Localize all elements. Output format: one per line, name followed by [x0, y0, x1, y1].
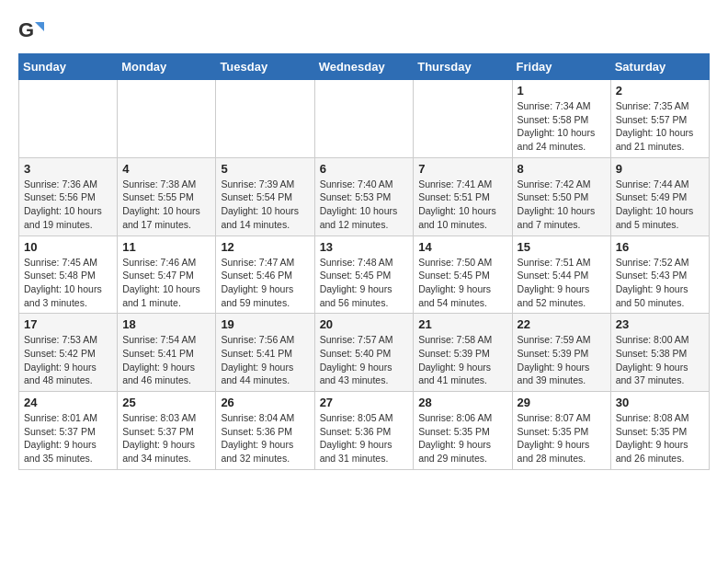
day-number: 22	[518, 317, 606, 331]
day-info: Sunrise: 8:03 AMSunset: 5:37 PMDaylight:…	[122, 411, 210, 465]
calendar-cell: 16Sunrise: 7:52 AMSunset: 5:43 PMDayligh…	[610, 236, 709, 314]
day-number: 23	[616, 317, 704, 331]
calendar-cell	[118, 80, 216, 158]
calendar-week-2: 3Sunrise: 7:36 AMSunset: 5:56 PMDaylight…	[19, 157, 710, 236]
calendar-cell: 14Sunrise: 7:50 AMSunset: 5:45 PMDayligh…	[414, 236, 512, 314]
calendar-cell: 1Sunrise: 7:34 AMSunset: 5:58 PMDaylight…	[512, 80, 610, 158]
day-number: 12	[221, 240, 309, 254]
day-number: 10	[24, 240, 112, 254]
day-info: Sunrise: 8:06 AMSunset: 5:35 PMDaylight:…	[418, 411, 506, 465]
day-info: Sunrise: 7:48 AMSunset: 5:45 PMDaylight:…	[320, 256, 409, 310]
calendar-cell: 30Sunrise: 8:08 AMSunset: 5:35 PMDayligh…	[610, 392, 709, 470]
calendar-cell: 6Sunrise: 7:40 AMSunset: 5:53 PMDaylight…	[314, 157, 414, 236]
day-number: 27	[320, 396, 409, 409]
day-info: Sunrise: 8:04 AMSunset: 5:36 PMDaylight:…	[221, 411, 309, 465]
day-info: Sunrise: 7:56 AMSunset: 5:41 PMDaylight:…	[221, 333, 309, 387]
calendar-cell: 4Sunrise: 7:38 AMSunset: 5:55 PMDaylight…	[118, 157, 216, 236]
day-number: 14	[418, 240, 506, 254]
calendar-cell	[314, 80, 414, 158]
calendar-cell: 17Sunrise: 7:53 AMSunset: 5:42 PMDayligh…	[19, 314, 118, 392]
calendar-cell: 9Sunrise: 7:44 AMSunset: 5:49 PMDaylight…	[610, 157, 709, 236]
day-number: 17	[24, 317, 112, 331]
calendar-cell: 20Sunrise: 7:57 AMSunset: 5:40 PMDayligh…	[314, 314, 414, 392]
header: G	[18, 18, 710, 44]
day-number: 8	[518, 162, 606, 176]
calendar-cell: 19Sunrise: 7:56 AMSunset: 5:41 PMDayligh…	[216, 314, 314, 392]
day-info: Sunrise: 8:05 AMSunset: 5:36 PMDaylight:…	[320, 411, 409, 465]
calendar-week-3: 10Sunrise: 7:45 AMSunset: 5:48 PMDayligh…	[19, 236, 710, 314]
svg-marker-1	[35, 22, 44, 31]
calendar-cell: 7Sunrise: 7:41 AMSunset: 5:51 PMDaylight…	[414, 157, 512, 236]
calendar-week-5: 24Sunrise: 8:01 AMSunset: 5:37 PMDayligh…	[19, 392, 710, 470]
day-number: 13	[320, 240, 409, 254]
day-number: 9	[616, 162, 704, 176]
day-info: Sunrise: 7:46 AMSunset: 5:47 PMDaylight:…	[122, 256, 210, 310]
day-number: 3	[24, 162, 112, 176]
day-info: Sunrise: 7:36 AMSunset: 5:56 PMDaylight:…	[24, 178, 112, 232]
day-number: 25	[122, 396, 210, 409]
weekday-header-monday: Monday	[118, 54, 216, 80]
day-info: Sunrise: 8:08 AMSunset: 5:35 PMDaylight:…	[616, 411, 704, 465]
logo-icon: G	[18, 18, 44, 44]
day-info: Sunrise: 7:40 AMSunset: 5:53 PMDaylight:…	[320, 178, 409, 232]
weekday-header-thursday: Thursday	[414, 54, 512, 80]
day-info: Sunrise: 7:52 AMSunset: 5:43 PMDaylight:…	[616, 256, 704, 310]
day-number: 26	[221, 396, 309, 409]
day-number: 29	[518, 396, 606, 409]
day-number: 11	[122, 240, 210, 254]
calendar-header-row: SundayMondayTuesdayWednesdayThursdayFrid…	[19, 54, 710, 80]
calendar-cell: 13Sunrise: 7:48 AMSunset: 5:45 PMDayligh…	[314, 236, 414, 314]
calendar: SundayMondayTuesdayWednesdayThursdayFrid…	[18, 53, 710, 470]
calendar-cell: 8Sunrise: 7:42 AMSunset: 5:50 PMDaylight…	[512, 157, 610, 236]
day-info: Sunrise: 7:53 AMSunset: 5:42 PMDaylight:…	[24, 333, 112, 387]
day-number: 24	[24, 396, 112, 409]
day-info: Sunrise: 7:41 AMSunset: 5:51 PMDaylight:…	[418, 178, 506, 232]
calendar-week-4: 17Sunrise: 7:53 AMSunset: 5:42 PMDayligh…	[19, 314, 710, 392]
day-info: Sunrise: 7:51 AMSunset: 5:44 PMDaylight:…	[518, 256, 606, 310]
calendar-cell: 26Sunrise: 8:04 AMSunset: 5:36 PMDayligh…	[216, 392, 314, 470]
svg-text:G: G	[18, 18, 34, 41]
calendar-cell: 27Sunrise: 8:05 AMSunset: 5:36 PMDayligh…	[314, 392, 414, 470]
calendar-cell: 2Sunrise: 7:35 AMSunset: 5:57 PMDaylight…	[610, 80, 709, 158]
day-number: 1	[518, 84, 606, 98]
day-info: Sunrise: 7:39 AMSunset: 5:54 PMDaylight:…	[221, 178, 309, 232]
weekday-header-tuesday: Tuesday	[216, 54, 314, 80]
calendar-week-1: 1Sunrise: 7:34 AMSunset: 5:58 PMDaylight…	[19, 80, 710, 158]
calendar-cell: 18Sunrise: 7:54 AMSunset: 5:41 PMDayligh…	[118, 314, 216, 392]
calendar-cell: 3Sunrise: 7:36 AMSunset: 5:56 PMDaylight…	[19, 157, 118, 236]
calendar-cell: 15Sunrise: 7:51 AMSunset: 5:44 PMDayligh…	[512, 236, 610, 314]
calendar-cell: 23Sunrise: 8:00 AMSunset: 5:38 PMDayligh…	[610, 314, 709, 392]
day-number: 15	[518, 240, 606, 254]
calendar-cell: 24Sunrise: 8:01 AMSunset: 5:37 PMDayligh…	[19, 392, 118, 470]
calendar-cell: 25Sunrise: 8:03 AMSunset: 5:37 PMDayligh…	[118, 392, 216, 470]
calendar-cell: 5Sunrise: 7:39 AMSunset: 5:54 PMDaylight…	[216, 157, 314, 236]
calendar-cell	[19, 80, 118, 158]
calendar-cell	[216, 80, 314, 158]
day-number: 30	[616, 396, 704, 409]
day-number: 20	[320, 317, 409, 331]
day-number: 5	[221, 162, 309, 176]
day-number: 7	[418, 162, 506, 176]
day-number: 18	[122, 317, 210, 331]
day-info: Sunrise: 7:44 AMSunset: 5:49 PMDaylight:…	[616, 178, 704, 232]
calendar-cell: 12Sunrise: 7:47 AMSunset: 5:46 PMDayligh…	[216, 236, 314, 314]
weekday-header-sunday: Sunday	[19, 54, 118, 80]
day-info: Sunrise: 7:45 AMSunset: 5:48 PMDaylight:…	[24, 256, 112, 310]
calendar-cell: 22Sunrise: 7:59 AMSunset: 5:39 PMDayligh…	[512, 314, 610, 392]
calendar-cell: 10Sunrise: 7:45 AMSunset: 5:48 PMDayligh…	[19, 236, 118, 314]
day-number: 6	[320, 162, 409, 176]
day-info: Sunrise: 7:34 AMSunset: 5:58 PMDaylight:…	[518, 99, 606, 154]
day-info: Sunrise: 7:35 AMSunset: 5:57 PMDaylight:…	[616, 99, 704, 154]
calendar-cell	[414, 80, 512, 158]
day-info: Sunrise: 7:38 AMSunset: 5:55 PMDaylight:…	[122, 178, 210, 232]
day-info: Sunrise: 7:54 AMSunset: 5:41 PMDaylight:…	[122, 333, 210, 387]
logo: G	[18, 18, 46, 44]
day-number: 4	[122, 162, 210, 176]
day-number: 19	[221, 317, 309, 331]
weekday-header-friday: Friday	[512, 54, 610, 80]
day-number: 28	[418, 396, 506, 409]
day-info: Sunrise: 8:00 AMSunset: 5:38 PMDaylight:…	[616, 333, 704, 387]
day-number: 2	[616, 84, 704, 98]
weekday-header-wednesday: Wednesday	[314, 54, 414, 80]
calendar-cell: 11Sunrise: 7:46 AMSunset: 5:47 PMDayligh…	[118, 236, 216, 314]
